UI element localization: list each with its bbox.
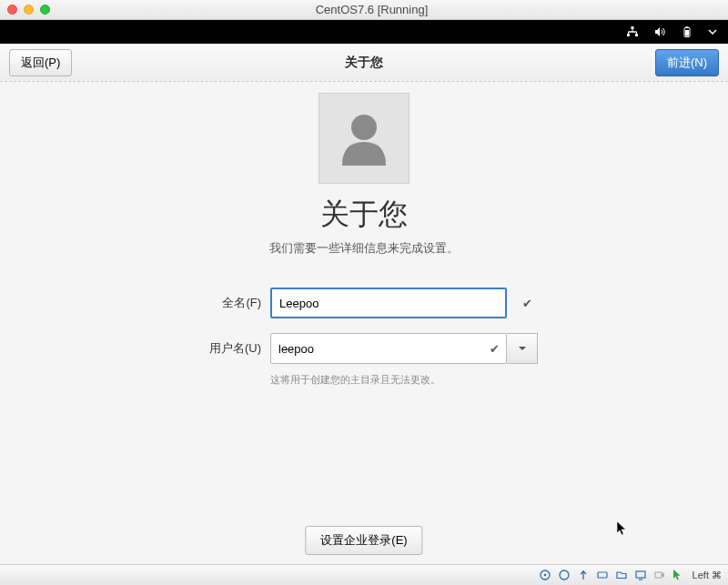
username-input[interactable] [270, 333, 507, 364]
chevron-down-icon [518, 344, 527, 353]
battery-icon[interactable] [681, 25, 693, 38]
username-dropdown-button[interactable] [507, 333, 538, 364]
avatar-placeholder[interactable] [318, 93, 410, 184]
vm-status-bar: Left ⌘ [0, 564, 728, 585]
content-area: 关于您 我们需要一些详细信息来完成设置。 全名(F) ✔ 用户名(U) ✔ 这将… [0, 82, 728, 564]
page-subtitle: 我们需要一些详细信息来完成设置。 [269, 240, 459, 257]
svg-point-9 [560, 570, 569, 580]
optical-icon[interactable] [556, 568, 572, 582]
close-icon[interactable] [7, 5, 17, 15]
svg-rect-4 [686, 26, 689, 28]
volume-icon[interactable] [653, 25, 666, 38]
window-title: CentOS7.6 [Running] [50, 3, 693, 16]
recording-icon[interactable] [652, 568, 668, 582]
window-controls [7, 5, 50, 15]
check-icon: ✔ [490, 342, 500, 356]
mouse-integration-icon[interactable] [671, 568, 687, 582]
mouse-cursor-icon [617, 521, 628, 536]
header-bar: 返回(P) 关于您 前进(N) [0, 44, 728, 82]
fullname-label: 全名(F) [188, 295, 270, 311]
header-title: 关于您 [72, 55, 655, 71]
mac-titlebar: CentOS7.6 [Running] [0, 0, 728, 20]
svg-rect-5 [685, 30, 689, 36]
next-button[interactable]: 前进(N) [655, 49, 719, 76]
back-button[interactable]: 返回(P) [9, 49, 72, 76]
svg-point-6 [351, 115, 377, 140]
svg-rect-1 [627, 34, 630, 36]
host-key-indicator: Left ⌘ [690, 570, 724, 581]
usb-icon[interactable] [575, 568, 592, 582]
username-label: 用户名(U) [188, 340, 270, 357]
svg-rect-2 [635, 34, 638, 36]
network-icon[interactable] [626, 25, 639, 38]
maximize-icon[interactable] [40, 5, 50, 15]
check-icon: ✔ [522, 297, 532, 310]
display-icon[interactable] [632, 568, 649, 582]
username-hint: 这将用于创建您的主目录且无法更改。 [270, 373, 540, 387]
page-title: 关于您 [320, 195, 408, 235]
gnome-top-bar [0, 20, 728, 44]
chevron-down-icon[interactable] [708, 27, 717, 36]
enterprise-login-button[interactable]: 设置企业登录(E) [305, 526, 422, 555]
minimize-icon[interactable] [24, 5, 34, 15]
svg-rect-11 [636, 571, 645, 578]
form: 全名(F) ✔ 用户名(U) ✔ 这将用于创建您的主目录且无法更改。 [188, 287, 540, 387]
shared-folder-icon[interactable] [613, 568, 630, 582]
svg-rect-10 [598, 572, 607, 578]
fullname-input[interactable] [270, 287, 507, 318]
net-icon[interactable] [594, 568, 611, 582]
user-icon [331, 106, 397, 171]
hdd-icon[interactable] [537, 568, 553, 582]
svg-point-8 [543, 574, 546, 577]
svg-rect-12 [655, 572, 662, 578]
svg-rect-0 [632, 26, 634, 29]
